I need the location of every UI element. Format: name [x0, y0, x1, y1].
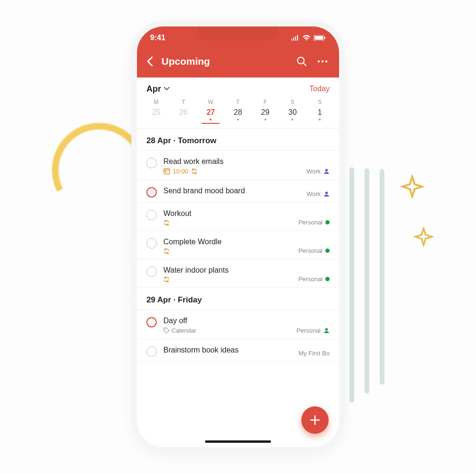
day-number: 27 — [197, 108, 224, 117]
week-strip: M25T26W27T28F29S30S1 — [137, 99, 339, 129]
battery-icon — [314, 35, 326, 41]
section-header: 29 Apr · Friday — [137, 288, 339, 310]
day-of-week: S — [306, 99, 333, 105]
person-icon — [323, 191, 330, 197]
person-icon — [323, 168, 330, 174]
task-title: Send brand mood board — [163, 187, 300, 195]
project-name: Personal — [298, 247, 323, 254]
phone-notch — [198, 26, 278, 41]
task-checkbox[interactable] — [146, 267, 157, 277]
task-title: Brainstorm book ideas — [163, 346, 292, 354]
wifi-icon — [302, 35, 311, 41]
task-body: Day offCalendar — [163, 317, 290, 334]
project-name: Personal — [298, 219, 323, 226]
task-list[interactable]: 28 Apr · TomorrowRead work emails10:00Wo… — [137, 129, 339, 443]
svg-point-5 — [318, 60, 320, 62]
task-project: Work — [306, 157, 330, 175]
task-body: Workout — [163, 209, 292, 226]
svg-line-4 — [304, 63, 306, 66]
day-dot — [237, 119, 239, 120]
task-body: Send brand mood board — [163, 187, 300, 198]
task-recurring-indicator — [163, 276, 170, 283]
task-project: Personal — [297, 317, 330, 334]
plus-icon — [309, 414, 321, 426]
day-dot — [291, 119, 293, 120]
sparkle-icon — [414, 227, 434, 247]
day-number: 25 — [143, 108, 170, 117]
day-of-week: M — [143, 99, 170, 105]
day-of-week: T — [224, 99, 252, 105]
day-cell[interactable]: S30 — [279, 99, 306, 123]
task-title: Read work emails — [163, 157, 300, 166]
task-body: Complete Wordle — [163, 238, 292, 254]
project-name: Personal — [298, 275, 323, 283]
svg-point-14 — [325, 328, 328, 331]
task-row[interactable]: Send brand mood boardWork — [137, 180, 339, 203]
more-button[interactable] — [314, 52, 332, 70]
task-checkbox[interactable] — [146, 158, 157, 168]
today-button[interactable]: Today — [309, 85, 330, 93]
day-number: 26 — [170, 108, 197, 117]
task-meta — [163, 248, 292, 254]
task-checkbox[interactable] — [146, 187, 157, 198]
phone-frame: 9:41 Upcoming Apr Today M25T26W27T28F29S… — [137, 26, 339, 447]
chevron-left-icon — [146, 56, 153, 67]
task-row[interactable]: Day offCalendarPersonal — [137, 310, 339, 339]
project-name: My First Bo — [298, 350, 330, 357]
back-button[interactable] — [141, 52, 159, 70]
project-color-dot — [325, 277, 330, 281]
project-name: Work — [306, 190, 321, 198]
day-dot — [319, 119, 321, 120]
svg-point-12 — [325, 191, 328, 194]
day-of-week: F — [252, 99, 279, 105]
task-body: Brainstorm book ideas — [163, 346, 292, 357]
task-row[interactable]: WorkoutPersonal — [137, 203, 339, 231]
svg-point-11 — [325, 169, 328, 172]
task-time: 10:00 — [173, 168, 188, 175]
add-task-fab[interactable] — [301, 406, 329, 434]
svg-point-13 — [165, 328, 166, 329]
signal-icon — [291, 35, 299, 41]
svg-point-7 — [325, 60, 327, 62]
day-of-week: S — [279, 99, 306, 105]
task-meta — [163, 220, 292, 226]
task-project: Personal — [298, 238, 330, 254]
task-body: Water indoor plants — [163, 266, 292, 283]
more-horizontal-icon — [317, 60, 328, 63]
task-meta: Calendar — [163, 327, 290, 334]
task-row[interactable]: Brainstorm book ideasMy First Bo — [137, 339, 339, 362]
task-project: My First Bo — [298, 346, 330, 357]
day-cell[interactable]: F29 — [252, 99, 279, 123]
recurring-icon — [163, 276, 170, 283]
task-row[interactable]: Read work emails10:00Work — [137, 151, 339, 180]
chevron-down-icon — [164, 87, 170, 91]
task-row[interactable]: Water indoor plantsPersonal — [137, 259, 339, 288]
search-button[interactable] — [293, 52, 311, 70]
day-number: 1 — [306, 108, 333, 117]
month-picker[interactable]: Apr — [146, 84, 170, 94]
recurring-icon — [163, 248, 170, 254]
task-recurring-indicator — [191, 168, 197, 174]
task-checkbox[interactable] — [146, 346, 157, 357]
tag-icon — [163, 327, 170, 334]
background-lines — [334, 165, 391, 416]
task-row[interactable]: Complete WordlePersonal — [137, 231, 339, 259]
task-project: Personal — [298, 266, 330, 283]
day-cell[interactable]: M25 — [143, 99, 170, 123]
recurring-icon — [163, 220, 170, 226]
task-checkbox[interactable] — [146, 317, 157, 327]
svg-rect-8 — [164, 169, 170, 174]
selected-day-underline — [202, 123, 220, 124]
task-label: Calendar — [163, 327, 196, 334]
day-cell[interactable]: T28 — [224, 99, 252, 123]
task-checkbox[interactable] — [146, 210, 157, 220]
person-icon — [323, 327, 330, 334]
task-checkbox[interactable] — [146, 238, 157, 249]
task-project: Work — [306, 187, 330, 198]
project-name: Work — [306, 168, 321, 175]
day-cell[interactable]: S1 — [306, 99, 333, 123]
day-cell[interactable]: W27 — [197, 99, 224, 123]
calendar-icon — [163, 168, 170, 174]
svg-rect-10 — [165, 171, 166, 172]
day-cell[interactable]: T26 — [170, 99, 197, 123]
